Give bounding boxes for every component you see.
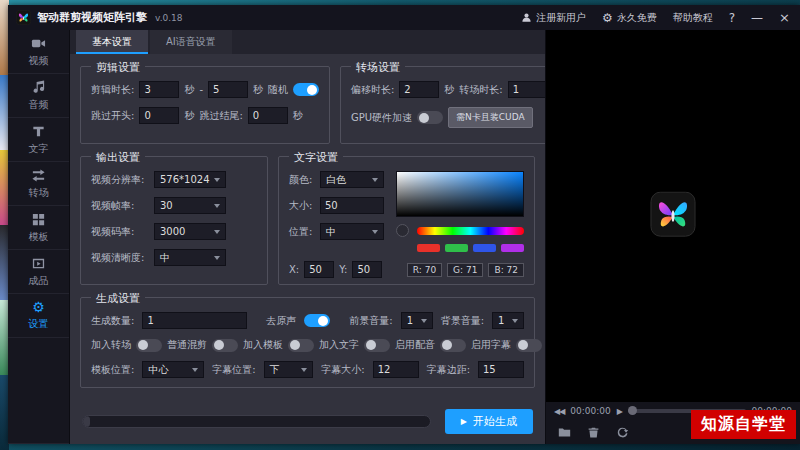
offset-duration-label: 偏移时长: xyxy=(351,83,394,97)
rgb-b-box[interactable]: B: 72 xyxy=(488,263,524,277)
offset-duration-input[interactable] xyxy=(399,81,439,98)
random-duration-toggle[interactable] xyxy=(293,83,319,96)
user-icon xyxy=(521,12,532,23)
resolution-value: 576*1024 xyxy=(160,174,210,185)
template-position-label: 模板位置: xyxy=(91,363,134,377)
rgb-r-box[interactable]: R: 70 xyxy=(407,263,442,277)
bg-volume-select[interactable]: 1 xyxy=(492,312,524,329)
sidebar-item-label: 成品 xyxy=(29,274,49,288)
help-tutorial-button[interactable]: 帮助教程 xyxy=(673,11,713,25)
add-template-toggle[interactable] xyxy=(288,339,314,352)
g-label: G: xyxy=(453,265,463,275)
fg-volume-value: 1 xyxy=(407,315,413,326)
play-button-icon[interactable]: ▶ xyxy=(617,407,622,416)
panel-title: 文字设置 xyxy=(289,150,343,165)
skip-end-input[interactable] xyxy=(248,107,288,124)
text-size-label: 大小: xyxy=(289,199,315,213)
sidebar-item-label: 转场 xyxy=(29,186,49,200)
enable-subtitle-toggle[interactable] xyxy=(516,339,542,352)
add-template-label: 加入模板 xyxy=(243,338,283,352)
color-saturation-square[interactable] xyxy=(396,171,524,217)
normal-mix-toggle[interactable] xyxy=(212,339,238,352)
sidebar-item-text[interactable]: 文字 xyxy=(8,118,69,162)
panel-title: 输出设置 xyxy=(91,150,145,165)
unit-seconds: 秒 xyxy=(184,83,194,97)
tab-basic-settings[interactable]: 基本设置 xyxy=(76,30,148,54)
help-icon[interactable]: ? xyxy=(729,11,735,25)
template-position-select[interactable]: 中心 xyxy=(142,361,204,378)
clip-duration-max-input[interactable] xyxy=(208,81,248,98)
chevron-down-icon xyxy=(192,368,198,372)
gpu-accel-toggle[interactable] xyxy=(417,111,443,124)
sidebar-item-transition[interactable]: 转场 xyxy=(8,162,69,206)
sidebar-item-label: 设置 xyxy=(29,317,49,331)
transition-settings-panel: 转场设置 偏移时长: 秒 转场时长: 秒 GPU硬件加速 xyxy=(340,66,574,144)
close-button[interactable]: × xyxy=(779,10,790,25)
transition-duration-label: 转场时长: xyxy=(459,83,502,97)
bitrate-select[interactable]: 3000 xyxy=(154,223,226,240)
hue-slider[interactable] xyxy=(417,227,524,235)
subtitle-position-select[interactable]: 下 xyxy=(264,361,314,378)
add-text-toggle[interactable] xyxy=(364,339,390,352)
framerate-select[interactable]: 30 xyxy=(154,197,226,214)
mute-original-toggle[interactable] xyxy=(304,314,330,327)
add-transition-toggle[interactable] xyxy=(136,339,162,352)
random-duration-label: 随机 xyxy=(268,83,288,97)
y-input[interactable] xyxy=(352,261,382,278)
trash-icon[interactable] xyxy=(587,426,600,439)
refresh-icon[interactable] xyxy=(616,426,629,439)
swatch-green[interactable] xyxy=(445,244,468,252)
start-generate-button[interactable]: ▶ 开始生成 xyxy=(445,409,533,434)
swatch-blue[interactable] xyxy=(473,244,496,252)
transition-duration-input[interactable] xyxy=(508,81,548,98)
tab-ai-voice-settings[interactable]: AI语音设置 xyxy=(150,30,232,54)
rgb-g-box[interactable]: G: 71 xyxy=(447,263,483,277)
minimize-button[interactable]: — xyxy=(751,11,763,25)
video-icon xyxy=(31,36,46,51)
chevron-down-icon xyxy=(214,178,220,182)
resolution-select[interactable]: 576*1024 xyxy=(154,171,226,188)
clarity-select[interactable]: 中 xyxy=(154,249,226,266)
app-version: v.0.18 xyxy=(155,13,183,23)
sidebar-item-audio[interactable]: 音频 xyxy=(8,74,69,118)
titlebar: 智动群剪视频矩阵引擎 v.0.18 注册新用户 ⚙ 永久免费 帮助教程 ? — … xyxy=(8,5,800,30)
text-color-select[interactable]: 白色 xyxy=(320,171,384,188)
swatch-purple[interactable] xyxy=(501,244,524,252)
transition-icon xyxy=(31,168,46,183)
sidebar-item-video[interactable]: 视频 xyxy=(8,30,69,74)
play-icon: ▶ xyxy=(461,417,467,426)
cuda-note-button[interactable]: 需N卡且装CUDA xyxy=(448,107,533,128)
audio-icon xyxy=(31,80,46,95)
x-input[interactable] xyxy=(304,261,334,278)
sidebar-item-output[interactable]: 成品 xyxy=(8,250,69,294)
unit-seconds: 秒 xyxy=(253,83,263,97)
output-settings-panel: 输出设置 视频分辨率: 576*1024 视频帧率: xyxy=(80,156,268,285)
add-transition-label: 加入转场 xyxy=(91,338,131,352)
generate-count-input[interactable] xyxy=(142,312,247,329)
fg-volume-select[interactable]: 1 xyxy=(401,312,433,329)
folder-icon[interactable] xyxy=(558,426,571,439)
clip-duration-min-input[interactable] xyxy=(139,81,179,98)
sidebar-item-settings[interactable]: ⚙ 设置 xyxy=(8,294,69,338)
seek-knob[interactable] xyxy=(628,406,637,415)
enable-voice-toggle[interactable] xyxy=(440,339,466,352)
skip-start-input[interactable] xyxy=(139,107,179,124)
g-value: 71 xyxy=(466,265,477,275)
free-forever-label: 永久免费 xyxy=(617,11,657,25)
subtitle-margin-input[interactable] xyxy=(478,361,524,378)
finished-product-icon xyxy=(31,256,46,271)
sidebar-item-label: 模板 xyxy=(29,230,49,244)
sidebar-item-template[interactable]: 模板 xyxy=(8,206,69,250)
text-position-select[interactable]: 中 xyxy=(320,223,384,240)
free-forever-button[interactable]: ⚙ 永久免费 xyxy=(602,11,657,25)
subtitle-size-input[interactable] xyxy=(373,361,419,378)
text-size-input[interactable] xyxy=(320,197,384,214)
panel-title: 剪辑设置 xyxy=(91,60,145,75)
video-preview[interactable] xyxy=(546,30,800,402)
settings-tabs: 基本设置 AI语音设置 xyxy=(70,30,545,54)
rewind-icon[interactable]: ◀◀ xyxy=(554,407,564,416)
register-user-button[interactable]: 注册新用户 xyxy=(521,11,586,25)
swatch-red[interactable] xyxy=(417,244,440,252)
subtitle-position-value: 下 xyxy=(270,363,280,377)
fg-volume-label: 前景音量: xyxy=(349,314,392,328)
